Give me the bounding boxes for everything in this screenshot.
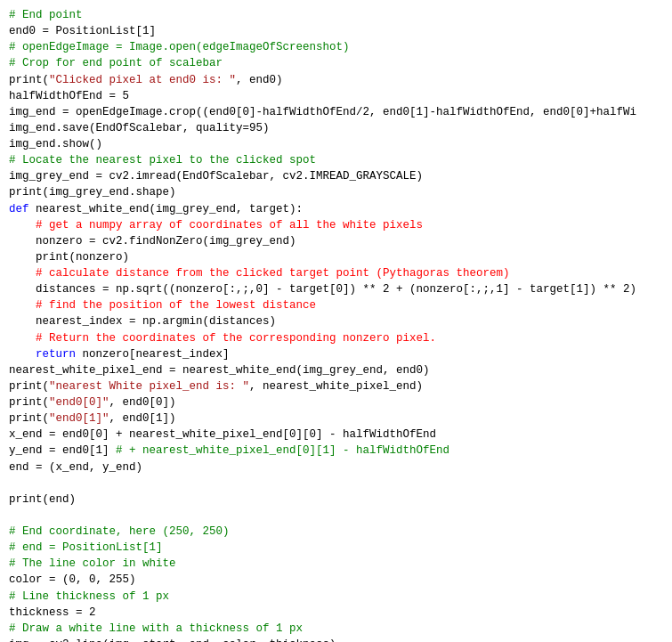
code-token: "Clicked pixel at end0 is: " [49, 74, 236, 86]
code-line: thickness = 2 [9, 605, 663, 621]
code-line: # End point [9, 7, 663, 23]
code-line: print("end0[0]", end0[0]) [9, 394, 663, 410]
code-line: # Locate the nearest pixel to the clicke… [9, 152, 663, 168]
code-line: # Draw a white line with a thickness of … [9, 621, 663, 637]
code-line: color = (0, 0, 255) [9, 572, 663, 588]
code-token: # End coordinate, here (250, 250) [9, 525, 230, 538]
code-line: img_end = openEdgeImage.crop((end0[0]-ha… [9, 104, 663, 120]
code-line: end = (x_end, y_end) [9, 459, 663, 475]
code-line: halfWidthOfEnd = 5 [9, 88, 663, 104]
code-line: return nonzero[nearest_index] [9, 346, 663, 362]
code-line: # calculate distance from the clicked ta… [9, 265, 663, 281]
code-token: print( [9, 380, 49, 393]
code-line: # openEdgeImage = Image.open(edgeImageOf… [9, 39, 663, 55]
code-token: # calculate distance from the clicked ta… [9, 267, 510, 280]
code-line: # find the position of the lowest distan… [9, 297, 663, 313]
code-token: # get a numpy array of coordinates of al… [9, 219, 423, 232]
code-line: y_end = end0[1] # + nearest_white_pixel_… [9, 443, 663, 459]
code-line: img = cv2.line(img, start, end, color, t… [9, 637, 663, 642]
code-token: print(end) [9, 493, 76, 506]
code-token: # Line thickness of 1 px [9, 590, 169, 603]
code-token: # find the position of the lowest distan… [9, 299, 316, 312]
code-token: end = (x_end, y_end) [9, 461, 142, 474]
code-token: # Draw a white line with a thickness of … [9, 622, 303, 635]
code-token: x_end = end0[0] + nearest_white_pixel_en… [9, 428, 436, 441]
code-token: print(img_grey_end.shape) [9, 186, 176, 199]
code-token: def [9, 203, 29, 215]
code-token: # openEdgeImage = Image.open(edgeImageOf… [9, 41, 350, 53]
code-line: img_grey_end = cv2.imread(EndOfScalebar,… [9, 168, 663, 184]
code-token: thickness = 2 [9, 606, 96, 619]
code-line: end0 = PositionList[1] [9, 23, 663, 39]
code-token: , end0[1]) [109, 412, 176, 425]
code-line: x_end = end0[0] + nearest_white_pixel_en… [9, 427, 663, 443]
code-token: img_end.show() [9, 138, 102, 150]
code-token: nonzero = cv2.findNonZero(img_grey_end) [9, 235, 296, 248]
code-line: # end = PositionList[1] [9, 540, 663, 556]
code-token: y_end = end0[1] [9, 444, 116, 457]
code-line [9, 508, 663, 524]
code-token: return [9, 348, 76, 361]
code-line: # End coordinate, here (250, 250) [9, 524, 663, 540]
code-token: # + nearest_white_pixel_end[0][1] - half… [116, 444, 449, 457]
code-token: "end0[1]" [49, 412, 109, 425]
code-line: # Crop for end point of scalebar [9, 55, 663, 71]
code-line: # Return the coordinates of the correspo… [9, 330, 663, 346]
code-token: nearest_white_end(img_grey_end, target): [29, 203, 304, 215]
code-line: # Line thickness of 1 px [9, 589, 663, 605]
code-token: print(nonzero) [9, 251, 129, 264]
code-line: img_end.show() [9, 136, 663, 152]
code-token: nearest_white_pixel_end = nearest_white_… [9, 364, 430, 377]
code-line: distances = np.sqrt((nonzero[:,;,0] - ta… [9, 281, 663, 297]
code-token: img_grey_end = cv2.imread(EndOfScalebar,… [9, 170, 423, 183]
code-line: nonzero = cv2.findNonZero(img_grey_end) [9, 233, 663, 249]
code-token: img_end.save(EndOfScalebar, quality=95) [9, 122, 270, 134]
code-token: # end = PositionList[1] [9, 541, 163, 554]
code-token: # Crop for end point of scalebar [9, 57, 223, 69]
code-token: # Locate the nearest pixel to the clicke… [9, 154, 316, 167]
code-line: nearest_index = np.argmin(distances) [9, 313, 663, 329]
code-line [9, 475, 663, 492]
code-token: # End point [9, 9, 83, 21]
code-line: # The line color in white [9, 556, 663, 572]
code-editor: # End pointend0 = PositionList[1]# openE… [9, 7, 663, 642]
code-token: nonzero[nearest_index] [76, 348, 230, 361]
code-line: img_end.save(EndOfScalebar, quality=95) [9, 120, 663, 136]
code-line: print(img_grey_end.shape) [9, 184, 663, 200]
code-line: nearest_white_pixel_end = nearest_white_… [9, 362, 663, 378]
code-token: end0 = PositionList[1] [9, 25, 156, 37]
code-token: # Return the coordinates of the correspo… [9, 332, 436, 345]
code-token: print( [9, 396, 49, 409]
code-line: # get a numpy array of coordinates of al… [9, 217, 663, 233]
code-token: # The line color in white [9, 557, 176, 570]
code-token: img_end = openEdgeImage.crop((end0[0]-ha… [9, 106, 636, 118]
code-line: def nearest_white_end(img_grey_end, targ… [9, 201, 663, 217]
code-token: print( [9, 412, 49, 425]
code-token: color = (0, 0, 255) [9, 573, 136, 586]
code-token: , end0) [236, 74, 283, 86]
code-token: "end0[0]" [49, 396, 109, 409]
code-line: print("nearest White pixel_end is: ", ne… [9, 378, 663, 394]
code-token: "nearest White pixel_end is: " [49, 380, 249, 393]
code-token: print( [9, 74, 49, 86]
code-line: print("Clicked pixel at end0 is: ", end0… [9, 72, 663, 88]
code-token: distances = np.sqrt((nonzero[:,;,0] - ta… [9, 283, 636, 296]
code-token: , nearest_white_pixel_end) [249, 380, 423, 393]
code-line: print(end) [9, 492, 663, 508]
code-token: halfWidthOfEnd = 5 [9, 90, 129, 102]
code-token: nearest_index = np.argmin(distances) [9, 315, 276, 328]
code-line: print("end0[1]", end0[1]) [9, 410, 663, 427]
code-token: , end0[0]) [109, 396, 176, 409]
code-token: img = cv2.line(img, start, end, color, t… [9, 638, 336, 642]
code-line: print(nonzero) [9, 249, 663, 265]
